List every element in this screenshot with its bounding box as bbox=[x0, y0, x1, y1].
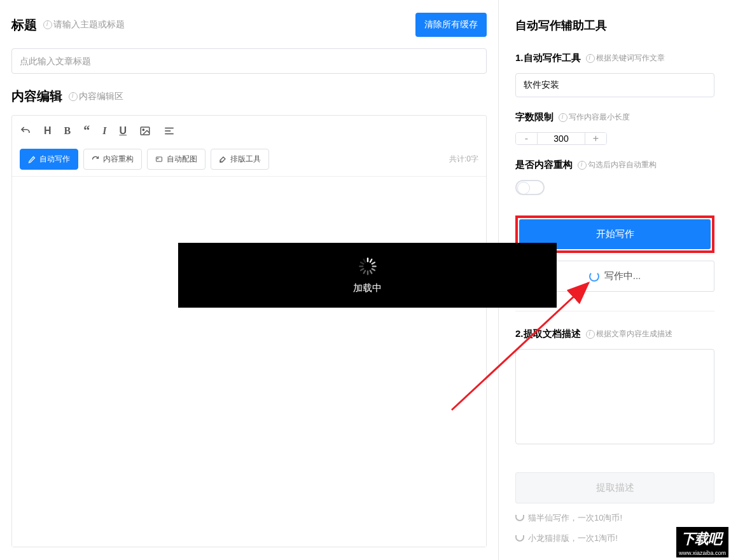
section2-hint: 根据文章内容生成描述 bbox=[586, 329, 672, 339]
credit-line-1: 猫半仙写作，一次10淘币! bbox=[515, 512, 714, 524]
article-title-input[interactable] bbox=[11, 48, 487, 74]
info-icon bbox=[43, 20, 52, 29]
svg-rect-15 bbox=[359, 268, 364, 271]
info-icon bbox=[559, 113, 567, 122]
stepper-value[interactable] bbox=[538, 133, 585, 144]
undo-icon[interactable] bbox=[20, 125, 31, 137]
stepper-minus-button[interactable]: - bbox=[516, 133, 538, 144]
svg-point-6 bbox=[157, 158, 158, 159]
word-count: 共计:0字 bbox=[449, 154, 478, 165]
clear-cache-button[interactable]: 清除所有缓存 bbox=[415, 13, 487, 37]
stepper-plus-button[interactable]: + bbox=[585, 133, 606, 144]
info-icon bbox=[69, 92, 78, 101]
loading-spinner-icon bbox=[589, 271, 599, 282]
svg-rect-13 bbox=[366, 270, 368, 275]
image-icon[interactable] bbox=[139, 125, 151, 137]
restructure-toggle-label: 是否内容重构 bbox=[515, 159, 573, 171]
align-icon[interactable] bbox=[164, 125, 175, 137]
title-heading: 标题 bbox=[11, 17, 37, 34]
restructure-toggle-hint: 勾选后内容自动重构 bbox=[578, 160, 657, 170]
svg-rect-16 bbox=[359, 265, 363, 266]
auto-image-button[interactable]: 自动配图 bbox=[147, 149, 205, 170]
content-hint: 内容编辑区 bbox=[69, 91, 123, 102]
info-icon bbox=[586, 330, 595, 339]
svg-rect-8 bbox=[369, 258, 373, 263]
svg-rect-10 bbox=[372, 265, 376, 266]
title-hint: 请输入主题或标题 bbox=[43, 19, 125, 31]
content-heading: 内容编辑 bbox=[11, 88, 62, 105]
bowl-icon bbox=[515, 515, 524, 521]
word-limit-stepper: - + bbox=[515, 132, 607, 145]
word-limit-label: 字数限制 bbox=[515, 111, 553, 123]
description-textarea[interactable] bbox=[515, 349, 714, 444]
bold-icon[interactable]: B bbox=[64, 125, 71, 137]
editor: H B “ I U 自动写作 内容重构 bbox=[11, 115, 487, 547]
editor-body[interactable] bbox=[12, 176, 486, 547]
svg-rect-18 bbox=[363, 258, 366, 263]
restructure-button[interactable]: 内容重构 bbox=[83, 149, 142, 170]
svg-rect-14 bbox=[363, 270, 366, 274]
underline-icon[interactable]: U bbox=[119, 125, 127, 137]
svg-rect-9 bbox=[371, 261, 375, 265]
extract-description-button[interactable]: 提取描述 bbox=[515, 472, 714, 503]
sidebar-title: 自动写作辅助工具 bbox=[515, 18, 714, 33]
info-icon bbox=[586, 54, 595, 63]
loading-spinner-icon bbox=[358, 257, 377, 276]
bowl-icon bbox=[515, 535, 524, 542]
loading-text: 加载中 bbox=[353, 282, 382, 294]
divider bbox=[515, 311, 714, 311]
watermark: 下载吧 www.xiazaiba.com bbox=[676, 527, 728, 557]
section1-label: 1.自动写作工具 bbox=[515, 52, 581, 64]
loading-overlay: 加载中 bbox=[178, 243, 557, 308]
layout-tool-button[interactable]: 排版工具 bbox=[211, 149, 269, 170]
info-icon bbox=[578, 161, 587, 170]
svg-rect-12 bbox=[369, 270, 373, 274]
restructure-toggle[interactable] bbox=[515, 180, 545, 195]
section2-label: 2.提取文档描述 bbox=[515, 328, 581, 340]
svg-rect-7 bbox=[366, 257, 368, 262]
section1-hint: 根据关键词写作文章 bbox=[586, 53, 665, 64]
word-limit-hint: 写作内容最小长度 bbox=[559, 112, 630, 123]
keyword-input[interactable] bbox=[515, 73, 714, 97]
svg-point-1 bbox=[143, 129, 144, 130]
svg-rect-5 bbox=[157, 157, 162, 161]
svg-rect-11 bbox=[371, 268, 375, 271]
heading-icon[interactable]: H bbox=[44, 125, 52, 137]
quote-icon[interactable]: “ bbox=[83, 123, 90, 138]
svg-rect-17 bbox=[359, 261, 364, 265]
italic-icon[interactable]: I bbox=[102, 125, 106, 137]
auto-write-button[interactable]: 自动写作 bbox=[20, 149, 78, 170]
